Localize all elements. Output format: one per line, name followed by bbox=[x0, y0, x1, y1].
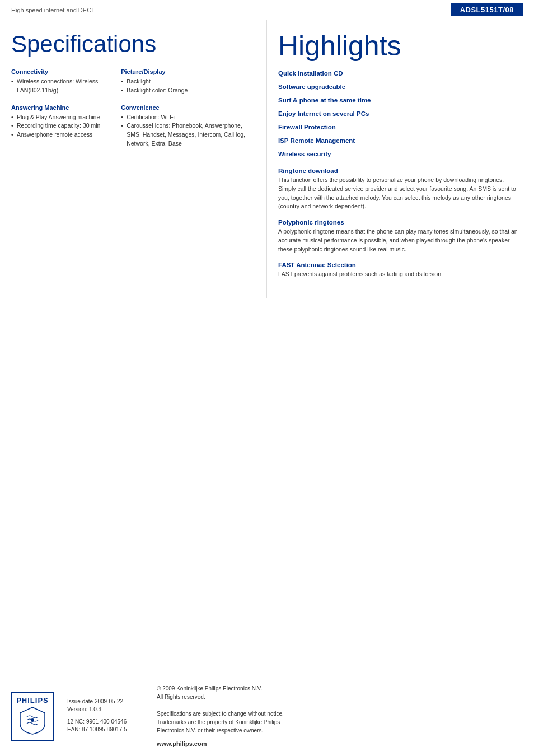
highlight-software-upgradeable: Software upgradeable bbox=[278, 82, 523, 91]
picture-item-1: Backlight bbox=[121, 77, 255, 86]
highlight-isp-remote: ISP Remote Management bbox=[278, 136, 523, 145]
answering-item-2: Recording time capacity: 30 min bbox=[11, 122, 115, 130]
specs-col-left: Connectivity Wireless connections: Wirel… bbox=[11, 68, 121, 157]
header-bar: High speed internet and DECT ADSL5151T/0… bbox=[0, 0, 534, 20]
philips-logo-text: PHILIPS bbox=[16, 696, 49, 704]
convenience-item-2: Caroussel Icons: Phonebook, Answerphone,… bbox=[121, 122, 255, 148]
footer-issue-date: Issue date 2009-05-22 bbox=[67, 698, 140, 704]
model-badge: ADSL5151T/08 bbox=[451, 3, 523, 16]
connectivity-item-1: Wireless connections: Wireless LAN(802.1… bbox=[11, 77, 115, 95]
specs-columns: Connectivity Wireless connections: Wirel… bbox=[11, 68, 255, 157]
section-convenience-title: Convenience bbox=[121, 104, 255, 111]
section-connectivity: Connectivity Wireless connections: Wirel… bbox=[11, 68, 115, 95]
answering-item-3: Answerphone remote access bbox=[11, 130, 115, 139]
specifications-title: Specifications bbox=[11, 31, 255, 57]
highlights-title: Highlights bbox=[278, 31, 523, 61]
detail-polyphonic-title: Polyphonic ringtones bbox=[278, 219, 523, 226]
section-answering-machine: Answering Machine Plug & Play Answering … bbox=[11, 104, 115, 139]
answering-machine-list: Plug & Play Answering machine Recording … bbox=[11, 113, 115, 139]
specifications-panel: Specifications Connectivity Wireless con… bbox=[0, 20, 267, 298]
section-picture-display-title: Picture/Display bbox=[121, 68, 255, 75]
main-content: Specifications Connectivity Wireless con… bbox=[0, 20, 534, 298]
footer-nc: 12 NC: 9961 400 04546 EAN: 87 10895 8901… bbox=[67, 718, 140, 734]
convenience-item-1: Certification: Wi-Fi bbox=[121, 113, 255, 122]
detail-fast-antennae: FAST Antennae Selection FAST prevents ag… bbox=[278, 262, 523, 279]
header-subtitle: High speed internet and DECT bbox=[11, 7, 95, 13]
detail-ringtone-title: Ringtone download bbox=[278, 167, 523, 174]
footer-copyright: © 2009 Koninklijke Philips Electronics N… bbox=[157, 684, 284, 701]
footer-meta: Issue date 2009-05-22 Version: 1.0.3 12 … bbox=[67, 698, 140, 734]
detail-fast-text: FAST prevents against problems such as f… bbox=[278, 270, 523, 279]
highlight-quick-installation: Quick installation CD bbox=[278, 69, 523, 78]
footer-legal-text: Specifications are subject to change wit… bbox=[157, 710, 284, 735]
connectivity-list: Wireless connections: Wireless LAN(802.1… bbox=[11, 77, 115, 95]
detail-ringtone-download: Ringtone download This function offers t… bbox=[278, 167, 523, 211]
highlight-surf-phone: Surf & phone at the same time bbox=[278, 96, 523, 105]
section-connectivity-title: Connectivity bbox=[11, 68, 115, 75]
picture-display-list: Backlight Backlight color: Orange bbox=[121, 77, 255, 95]
highlight-firewall: Firewall Protection bbox=[278, 123, 523, 132]
footer-legal: © 2009 Koninklijke Philips Electronics N… bbox=[157, 684, 284, 749]
footer-logo: PHILIPS bbox=[11, 692, 56, 741]
section-convenience: Convenience Certification: Wi-Fi Carouss… bbox=[121, 104, 255, 148]
convenience-list: Certification: Wi-Fi Caroussel Icons: Ph… bbox=[121, 113, 255, 148]
highlight-enjoy-internet: Enjoy Internet on several PCs bbox=[278, 109, 523, 118]
detail-fast-title: FAST Antennae Selection bbox=[278, 262, 523, 268]
philips-logo-box: PHILIPS bbox=[11, 692, 54, 741]
footer-website: www.philips.com bbox=[157, 739, 284, 749]
picture-item-2: Backlight color: Orange bbox=[121, 86, 255, 95]
footer-nc-line: 12 NC: 9961 400 04546 bbox=[67, 718, 140, 726]
detail-polyphonic-text: A polyphonic ringtone means that the pho… bbox=[278, 227, 523, 254]
philips-shield-icon bbox=[16, 704, 49, 735]
detail-polyphonic: Polyphonic ringtones A polyphonic ringto… bbox=[278, 219, 523, 254]
highlights-panel: Highlights Quick installation CD Softwar… bbox=[267, 20, 534, 298]
footer-ean-line: EAN: 87 10895 89017 5 bbox=[67, 726, 140, 734]
footer-version: Version: 1.0.3 bbox=[67, 706, 140, 712]
footer: PHILIPS Issue date 2009-05-22 Version: 1… bbox=[0, 676, 534, 757]
highlight-wireless-security: Wireless security bbox=[278, 150, 523, 158]
specs-col-right: Picture/Display Backlight Backlight colo… bbox=[121, 68, 255, 157]
detail-ringtone-text: This function offers the possibility to … bbox=[278, 176, 523, 211]
section-answering-machine-title: Answering Machine bbox=[11, 104, 115, 111]
answering-item-1: Plug & Play Answering machine bbox=[11, 113, 115, 122]
section-picture-display: Picture/Display Backlight Backlight colo… bbox=[121, 68, 255, 95]
